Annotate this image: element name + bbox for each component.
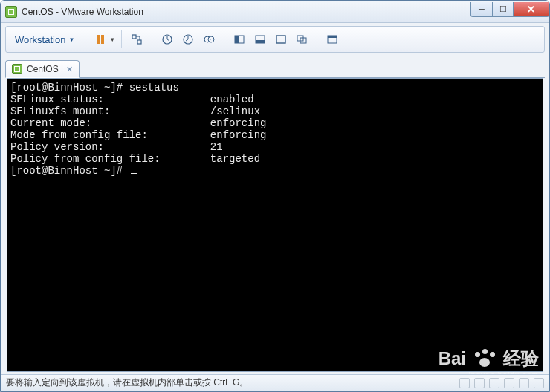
output-line: Policy version: 21: [10, 141, 223, 153]
revert-snapshot-button[interactable]: [179, 30, 197, 48]
snapshot-button[interactable]: [158, 30, 176, 48]
prompt: [root@BinnHost ~]#: [10, 82, 129, 94]
device-icon[interactable]: [459, 378, 470, 388]
prompt: [root@BinnHost ~]#: [10, 165, 129, 177]
app-window: CentOS - VMware Workstation ─ ☐ ✕ Workst…: [0, 0, 550, 392]
tab-close-icon[interactable]: ✕: [66, 65, 73, 74]
device-icon[interactable]: [489, 378, 499, 388]
send-cad-icon: [131, 33, 143, 45]
console-bottom-icon: [254, 33, 266, 45]
output-line: SELinux status: enabled: [10, 94, 254, 105]
titlebar: CentOS - VMware Workstation ─ ☐ ✕: [1, 1, 549, 23]
maximize-icon: ☐: [499, 4, 507, 14]
fullscreen-icon: [275, 33, 287, 45]
svg-rect-0: [97, 35, 100, 44]
device-icon[interactable]: [519, 378, 529, 388]
minimize-button[interactable]: ─: [470, 2, 493, 17]
tab-label: CentOS: [27, 64, 59, 74]
cursor-icon: [131, 173, 138, 174]
clock-icon: [161, 33, 173, 45]
output-value: targeted: [210, 153, 260, 165]
chevron-down-icon: ▼: [68, 36, 74, 43]
output-value: /selinux: [210, 105, 260, 117]
unity-icon: [296, 33, 308, 45]
manage-snapshots-button[interactable]: [200, 30, 218, 48]
pause-vm-button[interactable]: [91, 30, 109, 48]
svg-rect-2: [132, 35, 136, 39]
vm-icon: [12, 64, 22, 74]
terminal[interactable]: [root@BinnHost ~]# sestatus SELinux stat…: [7, 78, 543, 372]
app-icon: [5, 6, 17, 18]
output-label: Policy version:: [10, 141, 104, 153]
output-line: SELinuxfs mount: /selinux: [10, 105, 260, 117]
output-value: enforcing: [210, 117, 267, 129]
pause-menu-chevron-icon[interactable]: ▼: [109, 36, 115, 43]
status-text: 要将输入定向到该虚拟机，请在虚拟机内部单击或按 Ctrl+G。: [6, 376, 248, 389]
workstation-menu[interactable]: Workstation ▼: [10, 32, 79, 48]
svg-rect-3: [138, 40, 141, 44]
output-line: Mode from config file: enforcing: [10, 129, 266, 141]
output-line: Policy from config file: targeted: [10, 153, 260, 165]
toolbar-separator: [121, 30, 122, 48]
show-thumbnail-button[interactable]: [251, 30, 269, 48]
maximize-button[interactable]: ☐: [493, 2, 514, 17]
close-icon: ✕: [527, 4, 535, 15]
minimize-icon: ─: [479, 4, 485, 13]
toolbar-separator: [152, 30, 152, 48]
toolbar-separator: [317, 30, 317, 48]
unity-button[interactable]: [293, 30, 311, 48]
device-icon[interactable]: [534, 378, 544, 388]
output-value: enforcing: [210, 129, 267, 141]
output-label: Current mode:: [10, 117, 91, 129]
send-cad-button[interactable]: [128, 30, 146, 48]
library-icon: [326, 33, 338, 45]
svg-rect-12: [276, 36, 285, 43]
command-text: sestatus: [129, 82, 179, 94]
clock-manage-icon: [203, 33, 215, 45]
console-left-icon: [233, 33, 245, 45]
tabstrip: CentOS ✕: [5, 57, 545, 78]
device-icon[interactable]: [504, 378, 514, 388]
toolbar-separator: [85, 30, 85, 48]
output-value: 21: [210, 141, 223, 153]
window-title: CentOS - VMware Workstation: [22, 7, 470, 17]
toolbar-separator: [224, 30, 224, 48]
output-label: SELinuxfs mount:: [10, 105, 110, 117]
statusbar: 要将输入定向到该虚拟机，请在虚拟机内部单击或按 Ctrl+G。: [1, 374, 549, 391]
pause-icon: [94, 33, 106, 45]
window-controls: ─ ☐ ✕: [470, 2, 549, 17]
output-line: Current mode: enforcing: [10, 117, 266, 129]
output-value: enabled: [210, 94, 254, 105]
svg-rect-11: [256, 40, 265, 43]
device-icon[interactable]: [474, 378, 485, 388]
toolbar: Workstation ▼ ▼: [5, 26, 545, 53]
svg-point-7: [208, 36, 214, 42]
output-label: Policy from config file:: [10, 153, 161, 165]
status-device-icons: [459, 378, 544, 388]
svg-rect-9: [235, 36, 239, 43]
library-button[interactable]: [323, 30, 341, 48]
tab-centos[interactable]: CentOS ✕: [5, 60, 80, 78]
output-label: Mode from config file:: [10, 129, 148, 141]
svg-rect-16: [328, 36, 337, 38]
clock-back-icon: [182, 33, 194, 45]
workstation-menu-label: Workstation: [15, 34, 65, 45]
fullscreen-button[interactable]: [272, 30, 290, 48]
close-button[interactable]: ✕: [514, 2, 549, 17]
output-label: SELinux status:: [10, 94, 104, 105]
show-console-button[interactable]: [230, 30, 248, 48]
svg-rect-1: [101, 35, 104, 44]
